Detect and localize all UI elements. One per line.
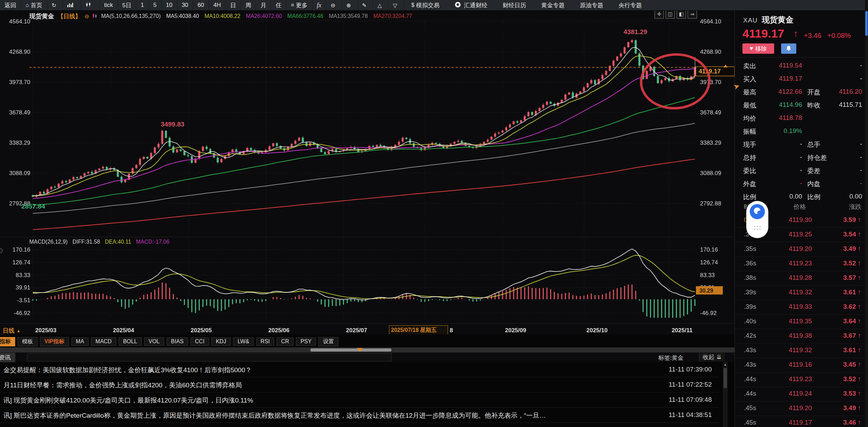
period-selector[interactable]: 日线 ▲ — [3, 327, 21, 335]
remove-watchlist-button[interactable]: ♥ 移除 — [742, 43, 774, 54]
news-collapse-button[interactable]: 收起 ⇊ — [699, 353, 725, 362]
toolbar-item-tri-down[interactable]: ▽ — [388, 0, 403, 10]
page-scroll-thumb[interactable] — [865, 11, 868, 36]
news-tab[interactable]: 资讯 — [0, 353, 15, 362]
indicator-tab-指标[interactable]: 指标 — [0, 337, 15, 346]
toolbar-item-week[interactable]: 周 — [241, 0, 256, 10]
news-scrollbar[interactable]: ▲ — [723, 362, 728, 427]
indicator-tab-VIP指标[interactable]: VIP指标 — [40, 337, 69, 346]
crosshair-icon[interactable]: ✛ — [655, 9, 664, 19]
toolbar-item-month[interactable]: 月 — [256, 0, 271, 10]
tick-price: 4119.23 — [780, 260, 821, 267]
toolbar-item-5d[interactable]: 5日 — [118, 0, 136, 10]
tick-price: 4119.24 — [780, 390, 821, 397]
indicator-tab-PSY[interactable]: PSY — [296, 337, 316, 346]
toolbar-item-tri-up[interactable]: △ — [373, 0, 388, 10]
browser-assistant-widget[interactable] — [746, 201, 768, 238]
quote-value: - — [766, 166, 802, 174]
indicator-tab-BOLL[interactable]: BOLL — [119, 337, 142, 346]
quote-value: - — [824, 75, 862, 82]
tick-time: .44s — [744, 390, 756, 397]
mini-candle-icon[interactable] — [92, 13, 98, 20]
toolbar-item-bar-chart[interactable] — [63, 0, 81, 10]
quote-value: 4119.17 — [766, 75, 802, 82]
tick-time: .40s — [744, 317, 756, 325]
indicator-tab-BIAS[interactable]: BIAS — [167, 337, 188, 346]
tick-change: 3.67 ↑ — [843, 332, 861, 339]
toolbar-item-refresh[interactable]: ↻ — [47, 0, 63, 10]
quote-label: 现手 — [743, 140, 756, 149]
indicator-tab-模板[interactable]: 模板 — [18, 337, 38, 346]
pane-right-icon[interactable]: ◧ — [677, 9, 686, 19]
toolbar-item-more[interactable]: ≡更多 — [286, 0, 312, 10]
news-title[interactable]: 讯] 现货黄金刚刚突破4120.00美元/盎司关口，最新报4120.07美元/盎… — [3, 396, 631, 405]
toolbar-item-5m[interactable]: 5 — [149, 0, 161, 10]
toolbar-item-1m[interactable]: 1 — [136, 0, 149, 10]
news-item[interactable]: 讯] 斯巴达资本证券的PeterCardillo称，黄金期货上涨，原因是预计美国… — [0, 407, 719, 423]
triangle-up-icon: ▲ — [17, 328, 21, 333]
news-title[interactable]: 讯] 斯巴达资本证券的PeterCardillo称，黄金期货上涨，原因是预计美国… — [3, 411, 631, 420]
toolbar-item-fx[interactable]: fx — [312, 0, 326, 10]
toolbar-item-tick[interactable]: tick — [100, 0, 118, 10]
toolbar-item-custom[interactable]: 任 — [271, 0, 286, 10]
tick-change: 3.45 ↑ — [843, 361, 861, 368]
toolbar-item-back[interactable]: 返回 — [0, 0, 21, 10]
candlestick-macd-chart[interactable] — [0, 10, 735, 334]
scroll-up-icon[interactable]: ▲ — [723, 362, 728, 367]
alert-bell-button[interactable] — [781, 43, 796, 54]
tick-price: 4119.17 — [780, 419, 821, 426]
toolbar-item-candle-chart[interactable] — [81, 0, 100, 10]
price-change: +3.46 — [804, 32, 821, 40]
indicator-tab-设置[interactable]: 设置 — [318, 337, 338, 346]
remove-indicator-icon[interactable]: ⊖ — [84, 13, 89, 20]
indicator-tab-CCI[interactable]: CCI — [190, 337, 209, 346]
toolbar-item-home[interactable]: ⌂首页 — [21, 0, 47, 10]
toolbar-item-draw[interactable]: ✎ — [358, 0, 373, 10]
toolbar-item-oil-topic[interactable]: 原油专题 — [572, 0, 611, 10]
news-filter-input[interactable] — [27, 353, 392, 362]
assistant-logo-icon[interactable] — [750, 204, 765, 219]
indicator-tab-LW&[interactable]: LW& — [233, 337, 253, 346]
pane-export-icon[interactable]: ⇒ — [688, 9, 697, 19]
indicator-tab-VOL[interactable]: VOL — [144, 337, 164, 346]
quote-label: 外盘 — [743, 180, 756, 189]
refresh-icon: ↻ — [52, 2, 56, 9]
pane-left-icon[interactable]: ◫ — [666, 9, 675, 19]
heart-icon: ♥ — [750, 45, 753, 52]
drag-handle-icon[interactable] — [754, 226, 761, 231]
news-title[interactable]: 金交易提醒：美国疲软数据加剧经济担忧，金价狂飙近3%收复4100！后市剑指500… — [3, 366, 631, 375]
top-toolbar: 返回⌂首页↻tick5日151030604H日周月任≡更多fx⊖⊕✎△▽$模拟交… — [0, 0, 868, 11]
chart-region[interactable]: 现货黄金 【日线】 ⊖ MA(5,10,26,66,135,270)MA5:40… — [0, 10, 735, 334]
news-item[interactable]: 上期所原油期货2510合约夜盘收涨0.06%，价格报462.00元人民币/桶，同… — [0, 423, 719, 427]
page-scrollbar[interactable] — [865, 0, 868, 427]
chart-horizontal-scrollbar[interactable] — [0, 347, 735, 353]
toolbar-item-cb-topic[interactable]: 央行专题 — [611, 0, 650, 10]
toolbar-item-gold-topic[interactable]: 黄金专题 — [534, 0, 572, 10]
hscroll-caret-icon[interactable] — [357, 348, 363, 352]
news-title[interactable]: 月11日财经早餐：需求推动，金价强势上涨或剑指4200，美油60关口供需博弈格局 — [3, 381, 631, 390]
triangle-down-icon: ▽ — [393, 2, 397, 9]
toolbar-item-calendar[interactable]: 财经日历 — [495, 0, 534, 10]
news-item[interactable]: 金交易提醒：美国疲软数据加剧经济担忧，金价狂飙近3%收复4100！后市剑指500… — [0, 362, 719, 377]
toolbar-item-10m[interactable]: 10 — [161, 0, 177, 10]
tick-price: 4119.20 — [780, 245, 821, 253]
time-sales-list[interactable]: 08:4119.303.59 ↑.34s4119.253.54 ↑.35s411… — [735, 213, 868, 427]
news-item[interactable]: 讯] 现货黄金刚刚突破4120.00美元/盎司关口，最新报4120.07美元/盎… — [0, 392, 719, 408]
toolbar-item-30m[interactable]: 30 — [177, 0, 193, 10]
indicator-tab-RSI[interactable]: RSI — [256, 337, 275, 346]
toolbar-item-fx168[interactable]: 汇通财经 — [447, 0, 495, 10]
news-item[interactable]: 月11日财经早餐：需求推动，金价强势上涨或剑指4200，美油60关口供需博弈格局… — [0, 377, 719, 393]
indicator-tab-KDJ[interactable]: KDJ — [211, 337, 231, 346]
indicator-tab-CR[interactable]: CR — [277, 337, 293, 346]
news-scroll-thumb[interactable] — [724, 368, 727, 388]
toolbar-item-sim-trade[interactable]: $模拟交易 — [404, 0, 447, 10]
toolbar-item-4h[interactable]: 4H — [209, 0, 226, 10]
tick-time: .39s — [744, 303, 756, 311]
indicator-tab-MACD[interactable]: MACD — [91, 337, 116, 346]
indicator-tab-MA[interactable]: MA — [71, 337, 89, 346]
toolbar-item-60m[interactable]: 60 — [193, 0, 209, 10]
hscroll-thumb[interactable] — [310, 348, 391, 352]
toolbar-item-zoom-out[interactable]: ⊖ — [326, 0, 342, 10]
toolbar-item-zoom-in[interactable]: ⊕ — [342, 0, 357, 10]
toolbar-item-day[interactable]: 日 — [226, 0, 241, 10]
